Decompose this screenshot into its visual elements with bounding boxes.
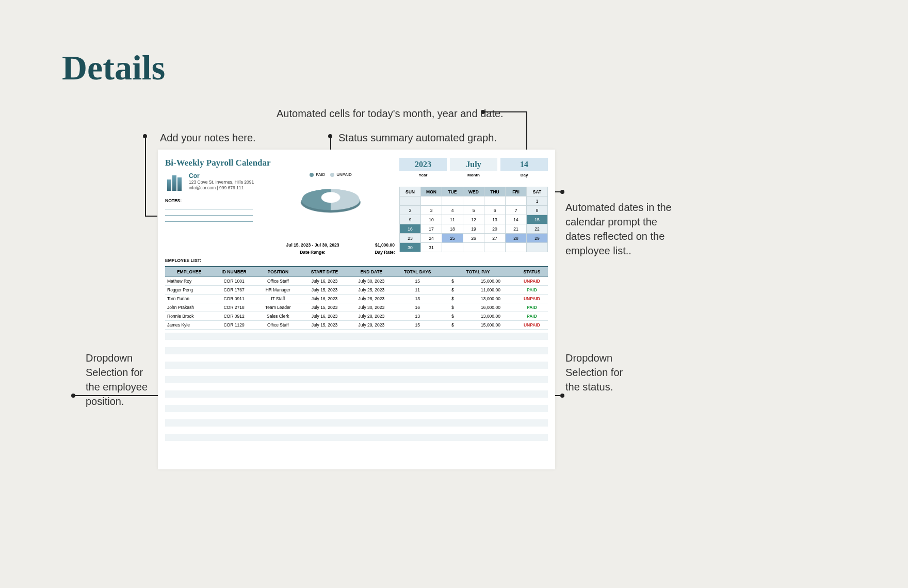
calendar-cell[interactable]: 13 bbox=[484, 215, 506, 224]
calendar-cell[interactable] bbox=[442, 243, 463, 252]
calendar-cell[interactable] bbox=[506, 197, 527, 206]
notes-input-line[interactable] bbox=[165, 216, 253, 222]
calendar-cell[interactable]: 10 bbox=[421, 215, 442, 224]
calendar-grid[interactable]: SUNMONTUEWEDTHUFRISAT 123456789101112131… bbox=[399, 187, 548, 252]
status-donut-chart: PAID UNPAID bbox=[302, 172, 359, 216]
cell-position-dropdown[interactable]: Office Staff bbox=[255, 321, 301, 330]
calendar-cell[interactable]: 21 bbox=[506, 224, 527, 234]
calendar-cell[interactable]: 31 bbox=[421, 243, 442, 252]
calendar-cell[interactable]: 7 bbox=[506, 206, 527, 215]
calendar-cell[interactable] bbox=[421, 197, 442, 206]
calendar-cell[interactable]: 3 bbox=[421, 206, 442, 215]
date-range-label: Date Range: bbox=[277, 250, 349, 255]
calendar-cell[interactable]: 24 bbox=[421, 234, 442, 243]
cell-start: July 15, 2023 bbox=[301, 321, 348, 330]
calendar-cell[interactable] bbox=[463, 243, 484, 252]
cell-employee: Rogger Peng bbox=[165, 286, 213, 295]
calendar-cell[interactable]: 27 bbox=[484, 234, 506, 243]
month-box[interactable]: July Month bbox=[450, 158, 497, 181]
calendar-cell[interactable]: 29 bbox=[527, 234, 548, 243]
calendar-cell[interactable] bbox=[400, 197, 421, 206]
calendar-cell[interactable]: 26 bbox=[463, 234, 484, 243]
calendar-cell[interactable] bbox=[484, 243, 506, 252]
cell-status-dropdown[interactable]: UNPAID bbox=[516, 277, 548, 286]
cell-end: July 28, 2023 bbox=[348, 295, 395, 303]
notes-input-line[interactable] bbox=[165, 209, 253, 216]
cell-start: July 16, 2023 bbox=[301, 295, 348, 303]
cell-days: 13 bbox=[395, 312, 440, 321]
callout-today: Automated cells for today's month, year … bbox=[277, 106, 504, 121]
calendar-cell[interactable]: 12 bbox=[463, 215, 484, 224]
company-logo bbox=[165, 172, 184, 191]
calendar-cell[interactable]: 9 bbox=[400, 215, 421, 224]
calendar-dow: MON bbox=[421, 187, 442, 197]
calendar-cell[interactable]: 2 bbox=[400, 206, 421, 215]
date-range-value: Jul 15, 2023 - Jul 30, 2023 bbox=[277, 242, 349, 248]
cell-end: July 30, 2023 bbox=[348, 303, 395, 312]
day-label: Day bbox=[500, 171, 548, 181]
cell-employee: Ronnie Brook bbox=[165, 312, 213, 321]
cell-days: 13 bbox=[395, 295, 440, 303]
calendar-cell[interactable]: 4 bbox=[442, 206, 463, 215]
cell-id: COR 1001 bbox=[213, 277, 255, 286]
calendar-cell[interactable]: 5 bbox=[463, 206, 484, 215]
calendar-cell[interactable]: 16 bbox=[400, 224, 421, 234]
cell-days: 11 bbox=[395, 286, 440, 295]
cell-employee: John Prakash bbox=[165, 303, 213, 312]
cell-position-dropdown[interactable]: Team Leader bbox=[255, 303, 301, 312]
connector-dot bbox=[560, 394, 564, 398]
calendar-cell[interactable]: 19 bbox=[463, 224, 484, 234]
cell-status-dropdown[interactable]: PAID bbox=[516, 303, 548, 312]
cell-employee: Torn Furlan bbox=[165, 295, 213, 303]
cell-position-dropdown[interactable]: Sales Clerk bbox=[255, 312, 301, 321]
calendar-cell[interactable]: 8 bbox=[527, 206, 548, 215]
calendar-cell[interactable] bbox=[527, 243, 548, 252]
calendar-cell[interactable]: 20 bbox=[484, 224, 506, 234]
calendar-cell[interactable]: 25 bbox=[442, 234, 463, 243]
day-box[interactable]: 14 Day bbox=[500, 158, 548, 181]
year-box[interactable]: 2023 Year bbox=[399, 158, 447, 181]
calendar-dow: THU bbox=[484, 187, 506, 197]
cell-status-dropdown[interactable]: UNPAID bbox=[516, 295, 548, 303]
calendar-cell[interactable]: 22 bbox=[527, 224, 548, 234]
cell-id: COR 1129 bbox=[213, 321, 255, 330]
calendar-dow: SAT bbox=[527, 187, 548, 197]
cell-status-dropdown[interactable]: UNPAID bbox=[516, 321, 548, 330]
calendar-cell[interactable] bbox=[506, 243, 527, 252]
calendar-cell[interactable]: 6 bbox=[484, 206, 506, 215]
callout-dd-position: Dropdown Selection for the employee posi… bbox=[86, 351, 153, 409]
calendar-cell[interactable]: 18 bbox=[442, 224, 463, 234]
notes-input-line[interactable] bbox=[165, 203, 253, 209]
cell-id: COR 0912 bbox=[213, 312, 255, 321]
donut-icon bbox=[298, 189, 364, 210]
calendar-cell[interactable]: 23 bbox=[400, 234, 421, 243]
calendar-cell[interactable]: 15 bbox=[527, 215, 548, 224]
calendar-cell[interactable]: 30 bbox=[400, 243, 421, 252]
calendar-cell[interactable] bbox=[442, 197, 463, 206]
cell-position-dropdown[interactable]: HR Manager bbox=[255, 286, 301, 295]
cell-days: 15 bbox=[395, 321, 440, 330]
day-value: 14 bbox=[500, 158, 548, 171]
year-label: Year bbox=[399, 171, 447, 181]
cell-status-dropdown[interactable]: PAID bbox=[516, 286, 548, 295]
connector-dot bbox=[560, 190, 564, 194]
calendar-cell[interactable]: 14 bbox=[506, 215, 527, 224]
cell-end: July 30, 2023 bbox=[348, 277, 395, 286]
employee-table: EMPLOYEEID NUMBERPOSITIONSTART DATEEND D… bbox=[165, 266, 548, 330]
calendar-cell[interactable] bbox=[484, 197, 506, 206]
calendar-cell[interactable]: 1 bbox=[527, 197, 548, 206]
month-label: Month bbox=[450, 171, 497, 181]
calendar-cell[interactable]: 17 bbox=[421, 224, 442, 234]
company-contact: info@cor.com | 999 676 111 bbox=[189, 185, 254, 191]
cell-start: July 16, 2023 bbox=[301, 312, 348, 321]
calendar-cell[interactable]: 11 bbox=[442, 215, 463, 224]
table-header: END DATE bbox=[348, 267, 395, 277]
cell-start: July 16, 2023 bbox=[301, 277, 348, 286]
cell-position-dropdown[interactable]: IT Staff bbox=[255, 295, 301, 303]
spreadsheet-preview: Bi-Weekly Payroll Calendar Cor 123 Cove … bbox=[158, 150, 555, 469]
cell-position-dropdown[interactable]: Office Staff bbox=[255, 277, 301, 286]
cell-start: July 15, 2023 bbox=[301, 303, 348, 312]
calendar-cell[interactable] bbox=[463, 197, 484, 206]
cell-status-dropdown[interactable]: PAID bbox=[516, 312, 548, 321]
calendar-cell[interactable]: 28 bbox=[506, 234, 527, 243]
